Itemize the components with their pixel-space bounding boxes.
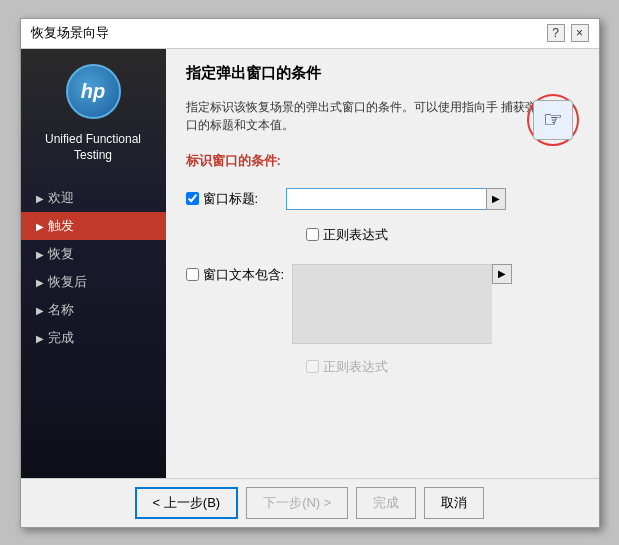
window-title-checkbox-label[interactable]: 窗口标题: [186, 190, 259, 208]
conditions-label: 标识窗口的条件: [186, 152, 579, 170]
regex-row-1: 正则表达式 [306, 226, 579, 244]
main-content: 指定弹出窗口的条件 指定标识该恢复场景的弹出式窗口的条件。可以使用指向手 捕获弹… [166, 49, 599, 478]
sidebar-item-name[interactable]: ▶ 名称 [21, 296, 166, 324]
description: 指定标识该恢复场景的弹出式窗口的条件。可以使用指向手 捕获弹出式窗口的标题和文本… [186, 98, 579, 134]
sidebar-item-after-recover[interactable]: ▶ 恢复后 [21, 268, 166, 296]
footer: < 上一步(B) 下一步(N) > 完成 取消 [21, 478, 599, 527]
window-title-checkbox[interactable] [186, 192, 199, 205]
dialog-title: 恢复场景向导 [31, 24, 109, 42]
sidebar: hp Unified Functional Testing ▶ 欢迎 ▶ 触发 … [21, 49, 166, 478]
window-text-row: 窗口文本包含: ▶ [186, 264, 579, 344]
regex-label-1: 正则表达式 [323, 226, 388, 244]
nav-label-finish: 完成 [48, 329, 74, 347]
sidebar-item-finish[interactable]: ▶ 完成 [21, 324, 166, 352]
nav-label-trigger: 触发 [48, 217, 74, 235]
help-button[interactable]: ? [547, 24, 565, 42]
nav-label-name: 名称 [48, 301, 74, 319]
nav-arrow-name: ▶ [36, 305, 44, 316]
hp-logo: hp [66, 64, 121, 119]
nav-arrow-finish: ▶ [36, 333, 44, 344]
window-title-input-row: ▶ [286, 188, 506, 210]
window-text-area-container: ▶ [292, 264, 512, 344]
nav-label-welcome: 欢迎 [48, 189, 74, 207]
sidebar-item-welcome[interactable]: ▶ 欢迎 [21, 184, 166, 212]
sidebar-item-recover[interactable]: ▶ 恢复 [21, 240, 166, 268]
regex-checkbox-1[interactable] [306, 228, 319, 241]
pointer-button[interactable]: ☞ [533, 100, 573, 140]
window-title-arrow-btn[interactable]: ▶ [486, 188, 506, 210]
dialog-body: hp Unified Functional Testing ▶ 欢迎 ▶ 触发 … [21, 49, 599, 478]
regex-row-2: 正则表达式 [306, 358, 579, 376]
hp-logo-text: hp [81, 80, 105, 103]
nav-arrow-welcome: ▶ [36, 193, 44, 204]
window-title-row: 窗口标题: ▶ [186, 188, 579, 210]
window-text-arrow-btn[interactable]: ▶ [492, 264, 512, 284]
window-text-area[interactable] [292, 264, 492, 344]
regex-checkbox-2[interactable] [306, 360, 319, 373]
cancel-button[interactable]: 取消 [424, 487, 484, 519]
pointer-button-container: ☞ [527, 94, 579, 146]
pointer-icon: ☞ [543, 107, 563, 133]
nav-label-recover: 恢复 [48, 245, 74, 263]
regex-label-2: 正则表达式 [323, 358, 388, 376]
sidebar-nav: ▶ 欢迎 ▶ 触发 ▶ 恢复 ▶ 恢复后 ▶ 名称 [21, 184, 166, 352]
window-title-label: 窗口标题: [203, 190, 259, 208]
finish-button[interactable]: 完成 [356, 487, 416, 519]
dialog: 恢复场景向导 ? × hp Unified Functional Testing… [20, 18, 600, 528]
nav-arrow-recover: ▶ [36, 249, 44, 260]
pointer-circle-decoration: ☞ [527, 94, 579, 146]
window-text-checkbox-label[interactable]: 窗口文本包含: [186, 264, 285, 284]
sidebar-brand: Unified Functional Testing [21, 131, 166, 165]
back-button[interactable]: < 上一步(B) [135, 487, 239, 519]
next-button[interactable]: 下一步(N) > [246, 487, 348, 519]
sidebar-item-trigger[interactable]: ▶ 触发 [21, 212, 166, 240]
title-bar: 恢复场景向导 ? × [21, 19, 599, 49]
nav-arrow-trigger: ▶ [36, 221, 44, 232]
window-text-label: 窗口文本包含: [203, 266, 285, 284]
nav-arrow-after-recover: ▶ [36, 277, 44, 288]
window-title-input[interactable] [286, 188, 486, 210]
window-text-checkbox[interactable] [186, 268, 199, 281]
section-title: 指定弹出窗口的条件 [186, 64, 579, 83]
nav-label-after-recover: 恢复后 [48, 273, 87, 291]
title-bar-buttons: ? × [547, 24, 589, 42]
close-button[interactable]: × [571, 24, 589, 42]
